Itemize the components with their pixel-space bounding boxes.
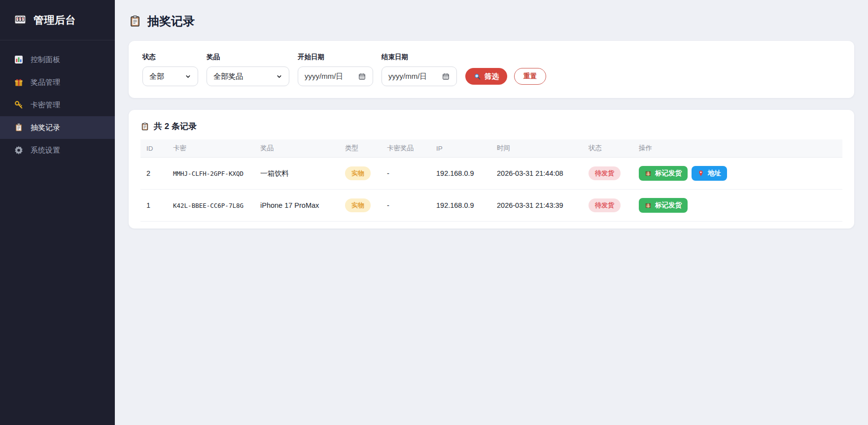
cell-card-prize: -: [381, 190, 430, 222]
cell-status: 待发货: [583, 158, 633, 190]
column-header: 卡密奖品: [381, 139, 430, 158]
app-layout: 777 管理后台 控制面板奖品管理卡密管理抽奖记录系统设置 抽奖记录 状态 全部…: [0, 0, 868, 425]
package-icon: [645, 170, 652, 177]
sidebar-item-label: 抽奖记录: [31, 123, 60, 132]
cell-time: 2026-03-31 21:44:08: [491, 158, 583, 190]
svg-text:7: 7: [16, 17, 18, 21]
cell-ip: 192.168.0.9: [430, 190, 491, 222]
cell-type: 实物: [339, 190, 381, 222]
cell-actions: 标记发货地址: [633, 158, 842, 190]
gift-icon: [14, 77, 24, 87]
key-icon: [14, 100, 24, 110]
package-icon: [645, 202, 652, 209]
records-summary: 共 2 条记录: [140, 121, 842, 132]
address-button[interactable]: 地址: [692, 166, 727, 181]
page-title-text: 抽奖记录: [147, 13, 195, 29]
clipboard-icon: [129, 15, 141, 28]
app-title: 管理后台: [34, 13, 76, 27]
column-header: ID: [140, 139, 167, 158]
filter-panel: 状态 全部 奖品 全部奖品 开始日期 yyyy/mm/日: [129, 41, 854, 98]
svg-text:7: 7: [19, 17, 21, 21]
cell-prize: 一箱饮料: [254, 158, 339, 190]
sidebar-item-dashboard[interactable]: 控制面板: [0, 48, 115, 71]
chevron-down-icon: [276, 73, 282, 80]
clipboard-icon: [14, 123, 24, 132]
bar-chart-icon: [14, 55, 24, 65]
mark-shipped-button[interactable]: 标记发货: [639, 198, 688, 213]
sidebar-item-records[interactable]: 抽奖记录: [0, 116, 115, 139]
start-date-label: 开始日期: [298, 53, 373, 62]
status-badge: 待发货: [589, 198, 621, 212]
column-header: IP: [430, 139, 491, 158]
records-table: ID卡密奖品类型卡密奖品IP时间状态操作 2MMHJ-CLFH-2GPF-KXQ…: [140, 139, 842, 222]
status-filter-label: 状态: [142, 53, 198, 62]
slot-machine-icon: 777: [13, 13, 28, 28]
sidebar: 777 管理后台 控制面板奖品管理卡密管理抽奖记录系统设置: [0, 0, 115, 425]
column-header: 操作: [633, 139, 842, 158]
cell-card-prize: -: [381, 158, 430, 190]
sidebar-item-prizes[interactable]: 奖品管理: [0, 71, 115, 94]
page-title: 抽奖记录: [129, 13, 854, 29]
cell-prize: iPhone 17 ProMax: [254, 190, 339, 222]
cell-type: 实物: [339, 158, 381, 190]
table-header-row: ID卡密奖品类型卡密奖品IP时间状态操作: [140, 139, 842, 158]
end-date-label: 结束日期: [382, 53, 457, 62]
records-summary-text: 共 2 条记录: [154, 121, 197, 132]
prize-select[interactable]: 全部奖品: [207, 66, 289, 86]
start-date-input[interactable]: yyyy/mm/日: [298, 66, 373, 86]
sidebar-item-label: 控制面板: [31, 55, 60, 65]
status-select-value: 全部: [149, 72, 164, 81]
start-date-placeholder: yyyy/mm/日: [305, 72, 343, 81]
clipboard-icon: [140, 122, 149, 131]
calendar-icon[interactable]: [358, 72, 366, 81]
prize-filter-field: 奖品 全部奖品: [207, 53, 289, 86]
end-date-placeholder: yyyy/mm/日: [388, 72, 427, 81]
start-date-field: 开始日期 yyyy/mm/日: [298, 53, 373, 86]
column-header: 时间: [491, 139, 583, 158]
cell-actions: 标记发货: [633, 190, 842, 222]
cell-time: 2026-03-31 21:43:39: [491, 190, 583, 222]
column-header: 类型: [339, 139, 381, 158]
filter-button[interactable]: 筛选: [465, 68, 507, 85]
filter-button-label: 筛选: [485, 72, 499, 81]
prize-select-value: 全部奖品: [213, 72, 243, 81]
records-panel: 共 2 条记录 ID卡密奖品类型卡密奖品IP时间状态操作 2MMHJ-CLFH-…: [129, 110, 854, 229]
column-header: 卡密: [167, 139, 254, 158]
status-filter-field: 状态 全部: [142, 53, 198, 86]
action-button-label: 标记发货: [655, 169, 682, 178]
type-badge: 实物: [345, 198, 371, 212]
cell-ip: 192.168.0.9: [430, 158, 491, 190]
calendar-icon[interactable]: [442, 72, 450, 81]
sidebar-item-settings[interactable]: 系统设置: [0, 139, 115, 162]
cell-id: 2: [140, 158, 167, 190]
reset-button[interactable]: 重置: [514, 68, 546, 85]
cell-status: 待发货: [583, 190, 633, 222]
sidebar-item-label: 系统设置: [31, 146, 60, 155]
table-body: 2MMHJ-CLFH-2GPF-KXQD一箱饮料实物-192.168.0.920…: [140, 158, 842, 222]
cell-card-key: MMHJ-CLFH-2GPF-KXQD: [167, 158, 254, 190]
type-badge: 实物: [345, 166, 371, 180]
action-button-label: 地址: [708, 169, 721, 178]
column-header: 奖品: [254, 139, 339, 158]
sidebar-item-label: 卡密管理: [31, 100, 60, 110]
main-content: 抽奖记录 状态 全部 奖品 全部奖品 开始日期 yyyy/mm/日: [115, 0, 868, 425]
mark-shipped-button[interactable]: 标记发货: [639, 166, 688, 181]
table-row: 2MMHJ-CLFH-2GPF-KXQD一箱饮料实物-192.168.0.920…: [140, 158, 842, 190]
status-badge: 待发货: [589, 166, 621, 180]
sidebar-item-label: 奖品管理: [31, 78, 60, 87]
pin-icon: [697, 170, 704, 177]
end-date-field: 结束日期 yyyy/mm/日: [382, 53, 457, 86]
sidebar-item-cards[interactable]: 卡密管理: [0, 94, 115, 116]
column-header: 状态: [583, 139, 633, 158]
svg-text:7: 7: [22, 17, 24, 21]
search-icon: [474, 73, 481, 80]
table-row: 1K42L-BBEE-CC6P-7L8GiPhone 17 ProMax实物-1…: [140, 190, 842, 222]
cell-card-key: K42L-BBEE-CC6P-7L8G: [167, 190, 254, 222]
end-date-input[interactable]: yyyy/mm/日: [382, 66, 457, 86]
prize-filter-label: 奖品: [207, 53, 289, 62]
app-logo: 777 管理后台: [0, 0, 115, 40]
gear-icon: [14, 145, 24, 155]
status-select[interactable]: 全部: [142, 66, 198, 86]
sidebar-nav: 控制面板奖品管理卡密管理抽奖记录系统设置: [0, 40, 115, 162]
chevron-down-icon: [185, 73, 191, 80]
